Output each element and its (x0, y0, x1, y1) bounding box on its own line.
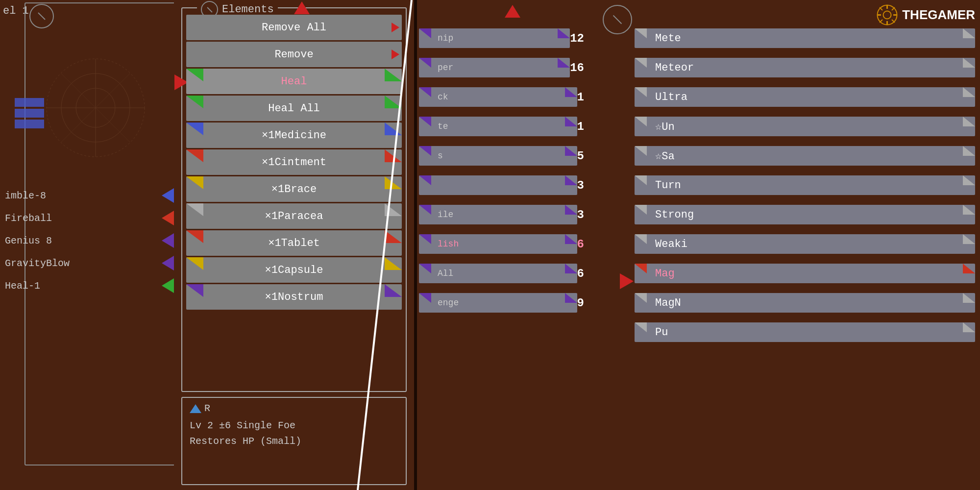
purple-tri-right-icon (565, 293, 577, 303)
white-tri-right-icon (963, 28, 975, 38)
list-item[interactable]: Strong (635, 201, 975, 228)
purple-tri-right-icon (558, 58, 570, 68)
red-tri-right-icon (385, 149, 402, 162)
left-panel: el 1 imble-8 Fireball (0, 0, 181, 490)
list-item[interactable]: Fireball (5, 209, 176, 227)
white-tri-left-icon (635, 322, 647, 332)
thegamer-text-label: THEGAMER (902, 7, 975, 23)
red-tri-left-icon (186, 149, 203, 162)
list-item[interactable]: enge 9 (419, 289, 590, 317)
white-tri-left-icon (635, 58, 647, 68)
white-tri-right-icon (963, 322, 975, 332)
number-list: nip 12 per 16 ck 1 (419, 24, 590, 318)
purple-tri-left-icon (419, 234, 431, 244)
purple-tri-right-icon (558, 28, 570, 38)
list-item[interactable]: GravityBlow (5, 254, 176, 272)
elements-title: Elements (222, 3, 274, 16)
list-item[interactable]: ile 3 (419, 201, 590, 228)
desc-r-label: R (204, 403, 210, 414)
purple-tri-left-icon (419, 28, 431, 38)
capsule-button[interactable]: ×1Capsule (186, 257, 402, 283)
white-tri-left-icon (635, 146, 647, 156)
svg-point-9 (883, 11, 891, 19)
green-tri-right-icon (385, 69, 402, 81)
desc-header: R (190, 403, 398, 414)
red-tri-left-icon (186, 230, 203, 243)
arrow-right-icon (392, 49, 399, 59)
elements-panel: Elements Remove All Remove H (174, 0, 414, 490)
white-tri-left-icon (635, 87, 647, 97)
blue-tri-left-icon (186, 122, 203, 135)
white-tri-right-icon (963, 87, 975, 97)
list-item[interactable]: MagN (635, 289, 975, 317)
list-item[interactable]: ☆Un (635, 113, 975, 140)
purple-tri-right-icon (565, 175, 577, 185)
purple-tri-right-icon (565, 234, 577, 244)
white-tri-left-icon (635, 234, 647, 244)
red-tri-right-icon (385, 230, 402, 243)
arrow-right-icon (392, 23, 399, 32)
purple-tri-left-icon (419, 58, 431, 68)
brace-button[interactable]: ×1Brace (186, 176, 402, 202)
remove-all-button[interactable]: Remove All (186, 15, 402, 40)
purple-tri-right-icon (565, 117, 577, 126)
heal-button[interactable]: Heal (186, 69, 402, 94)
purple-tri-right-icon (565, 87, 577, 97)
purple-tri-left-icon (419, 205, 431, 215)
white-tri-right-icon (963, 205, 975, 215)
list-item[interactable]: imble-8 (5, 186, 176, 205)
cintment-button[interactable]: ×1Cintment (186, 149, 402, 175)
desc-line1: Lv 2 ±6 Single Foe (190, 418, 398, 434)
white-tri-right-icon (385, 203, 402, 216)
tablet-button[interactable]: ×1Tablet (186, 230, 402, 256)
small-squares (15, 98, 44, 128)
triangle-up-icon (190, 404, 201, 413)
purple-tri-left-icon (419, 293, 431, 303)
list-item[interactable]: te 1 (419, 113, 590, 140)
list-item[interactable]: Mag (635, 260, 975, 287)
nostrum-button[interactable]: ×1Nostrum (186, 284, 402, 310)
list-item[interactable]: Ultra (635, 83, 975, 111)
yellow-tri-right-icon (385, 257, 402, 270)
list-item[interactable]: ck 1 (419, 83, 590, 111)
list-item[interactable]: nip 12 (419, 24, 590, 52)
list-item[interactable]: s 5 (419, 142, 590, 170)
list-item[interactable]: ☆Sa (635, 142, 975, 170)
paracea-button[interactable]: ×1Paracea (186, 203, 402, 229)
list-item[interactable]: Mete (635, 24, 975, 52)
list-item[interactable]: Heal-1 (5, 276, 176, 295)
white-tri-right-icon (963, 117, 975, 126)
red-tri-right-icon (963, 264, 975, 273)
white-tri-left-icon (635, 117, 647, 126)
remove-button[interactable]: Remove (186, 42, 402, 67)
blue-tri-right-icon (385, 122, 402, 135)
list-item[interactable]: Pu (635, 318, 975, 346)
white-tri-left-icon (186, 203, 203, 216)
list-item[interactable]: Turn (635, 172, 975, 199)
list-item[interactable]: Genius 8 (5, 231, 176, 250)
purple-tri-left-icon (419, 146, 431, 156)
purple-tri-left-icon (419, 117, 431, 126)
list-item[interactable]: 3 (419, 172, 590, 199)
list-item[interactable]: Weaki (635, 230, 975, 258)
purple-tri-right-icon (385, 284, 402, 297)
white-tri-left-icon (635, 175, 647, 185)
medicine-button[interactable]: ×1Medicine (186, 122, 402, 148)
yellow-tri-left-icon (186, 257, 203, 270)
purple-tri-left-icon (419, 264, 431, 273)
heal-all-button[interactable]: Heal All (186, 96, 402, 121)
thegamer-icon (876, 4, 898, 26)
list-item[interactable]: Meteor (635, 54, 975, 81)
list-item[interactable]: All 6 (419, 260, 590, 287)
red-tri-left-icon (635, 264, 647, 273)
list-item[interactable]: lish 6 (419, 230, 590, 258)
elements-box: Elements Remove All Remove H (181, 7, 407, 392)
compass-icon-right (603, 5, 632, 34)
white-tri-right-icon (963, 234, 975, 244)
white-tri-right-icon (963, 58, 975, 68)
spell-list: imble-8 Fireball Genius 8 GravityBlow He… (5, 186, 176, 299)
right-spell-list: Mete Meteor Ultra ☆Un (635, 24, 975, 348)
list-item[interactable]: per 16 (419, 54, 590, 81)
compass-icon-left (29, 4, 54, 28)
desc-line2: Restores HP (Small) (190, 434, 398, 449)
